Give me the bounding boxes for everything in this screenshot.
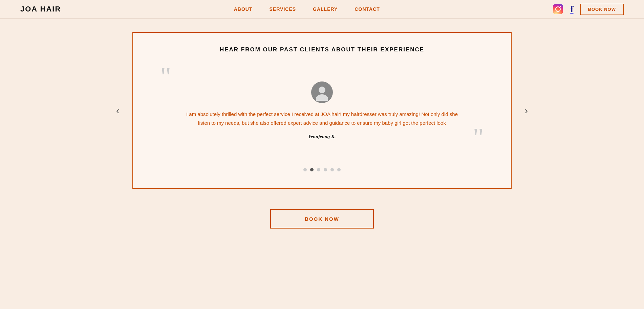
nav-gallery[interactable]: GALLERY: [313, 6, 338, 12]
book-now-header-button[interactable]: BOOK NOW: [580, 4, 624, 15]
next-testimonial-button[interactable]: ›: [521, 101, 531, 120]
dot-2[interactable]: [310, 168, 314, 171]
testimonial-title: HEAR FROM OUR PAST CLIENTS ABOUT THEIR E…: [133, 46, 511, 53]
site-logo: JOA HAIR: [20, 5, 61, 14]
avatar-icon: [314, 84, 330, 101]
header-right: f BOOK NOW: [553, 4, 624, 15]
nav-services[interactable]: SERVICES: [270, 6, 296, 12]
avatar: [311, 81, 333, 103]
instagram-link[interactable]: [553, 4, 563, 15]
testimonial-content: I am absolutely thrilled with the perfec…: [160, 81, 484, 140]
dot-4[interactable]: [324, 168, 327, 171]
prev-testimonial-button[interactable]: ‹: [113, 101, 123, 120]
testimonial-author: Yeonjeong K.: [308, 134, 336, 140]
svg-point-4: [316, 94, 328, 101]
book-now-main-button[interactable]: BOOK NOW: [270, 209, 374, 229]
facebook-icon: f: [570, 4, 573, 14]
dot-5[interactable]: [330, 168, 334, 171]
quote-close-icon: ": [473, 124, 484, 151]
main-nav: ABOUT SERVICES GALLERY CONTACT: [234, 6, 380, 12]
testimonial-dots: [133, 168, 511, 171]
svg-point-3: [319, 87, 325, 93]
quote-open-icon: ": [160, 63, 171, 90]
svg-point-2: [560, 6, 561, 7]
svg-rect-0: [553, 4, 563, 14]
testimonial-text: I am absolutely thrilled with the perfec…: [183, 110, 461, 127]
instagram-icon: [553, 4, 563, 15]
testimonial-body: ‹ " I am absolutely thrilled with the pe…: [133, 63, 511, 158]
facebook-link[interactable]: f: [570, 4, 573, 14]
dot-6[interactable]: [337, 168, 341, 171]
dot-1[interactable]: [303, 168, 307, 171]
testimonial-section: HEAR FROM OUR PAST CLIENTS ABOUT THEIR E…: [132, 32, 512, 189]
dot-3[interactable]: [317, 168, 320, 171]
nav-about[interactable]: ABOUT: [234, 6, 253, 12]
nav-contact[interactable]: CONTACT: [355, 6, 380, 12]
